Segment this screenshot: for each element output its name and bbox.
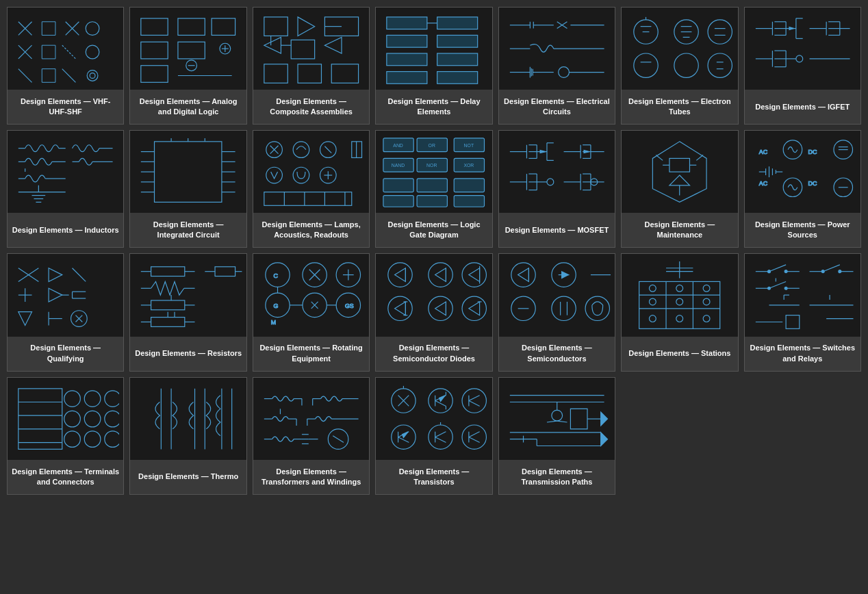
svg-line-415: [469, 395, 480, 400]
svg-rect-260: [151, 300, 185, 310]
card-label-thermo: Design Elements — Thermo: [130, 460, 246, 494]
svg-point-15: [90, 73, 95, 79]
svg-rect-166: [417, 196, 447, 207]
svg-point-73: [708, 20, 732, 44]
svg-rect-35: [264, 64, 288, 83]
card-power-sources[interactable]: AC DC AC DC: [744, 130, 861, 248]
svg-point-319: [585, 297, 609, 321]
svg-rect-40: [387, 17, 427, 29]
card-electrical-circuits[interactable]: Design Elements — Electrical Circuits: [498, 7, 615, 125]
card-analog-digital[interactable]: Design Elements — Analog and Digital Log…: [129, 7, 246, 125]
svg-text:XOR: XOR: [464, 163, 474, 168]
svg-rect-21: [141, 66, 168, 83]
card-logic-gate[interactable]: AND OR NOT NAND NOR XOR Design Elements …: [375, 130, 492, 248]
svg-line-11: [18, 69, 32, 83]
card-label-semiconductor-diodes: Design Elements — Semiconductor Diodes: [376, 337, 492, 371]
svg-marker-211: [669, 175, 690, 185]
svg-marker-240: [49, 289, 62, 302]
svg-point-329: [676, 285, 683, 292]
card-maintenance[interactable]: Design Elements — Maintenance: [621, 130, 738, 248]
card-mosfet[interactable]: Design Elements — MOSFET: [498, 130, 615, 248]
svg-text:C: C: [273, 272, 278, 279]
svg-text:NOT: NOT: [464, 143, 474, 148]
card-label-switches: Design Elements — Switches and Relays: [745, 337, 860, 371]
svg-rect-210: [669, 159, 690, 172]
svg-line-430: [469, 437, 480, 442]
svg-marker-308: [518, 268, 528, 282]
svg-point-413: [462, 389, 486, 413]
card-rotating-equipment[interactable]: C G GS M: [253, 253, 370, 371]
card-label-rotating: Design Elements — Rotating Equipment: [253, 337, 369, 371]
card-integrated-circuit[interactable]: Design Elements — Integrated Circuit: [129, 130, 246, 248]
card-stations[interactable]: Design Elements — Stations: [621, 253, 738, 371]
card-label-lamps: Design Elements — Lamps, Acoustics, Read…: [253, 213, 369, 247]
card-label-resistors: Design Elements — Resistors: [130, 337, 246, 371]
card-label-stations: Design Elements — Stations: [622, 337, 737, 371]
svg-marker-297: [395, 302, 406, 315]
svg-rect-151: [264, 192, 352, 206]
card-terminals-connectors[interactable]: Design Elements — Terminals and Connecto…: [7, 377, 124, 495]
svg-line-416: [469, 400, 480, 406]
svg-rect-19: [141, 42, 168, 59]
svg-text:AC: AC: [758, 148, 767, 155]
card-semiconductors[interactable]: Design Elements — Semiconductors: [498, 253, 615, 371]
svg-point-287: [388, 263, 412, 287]
svg-rect-47: [387, 72, 427, 84]
card-label-delay: Design Elements — Delay Elements: [376, 90, 492, 124]
svg-point-368: [105, 390, 120, 406]
svg-point-433: [552, 410, 563, 421]
svg-marker-245: [18, 312, 32, 326]
card-label-logic-gate: Design Elements — Logic Gate Diagram: [376, 213, 492, 247]
svg-line-424: [435, 432, 446, 437]
svg-point-79: [708, 53, 732, 77]
card-lamps-acoustics[interactable]: Design Elements — Lamps, Acoustics, Read…: [253, 130, 370, 248]
svg-point-373: [84, 431, 101, 448]
svg-point-63: [558, 67, 569, 78]
svg-text:DC: DC: [808, 180, 817, 187]
card-transformers-windings[interactable]: Design Elements — Transformers and Windi…: [253, 377, 370, 495]
card-igfet[interactable]: Design Elements — IGFET: [744, 7, 861, 125]
card-semiconductor-diodes[interactable]: Design Elements — Semiconductor Diodes: [375, 253, 492, 371]
svg-rect-167: [455, 196, 485, 207]
svg-point-422: [429, 425, 452, 449]
card-transmission-paths[interactable]: Design Elements — Transmission Paths: [498, 377, 615, 495]
svg-line-143: [324, 146, 331, 153]
card-composite[interactable]: Design Elements — Composite Assemblies: [253, 7, 370, 125]
card-label-maintenance: Design Elements — Maintenance: [622, 213, 737, 247]
card-electron-tubes[interactable]: Design Elements — Electron Tubes: [621, 7, 738, 125]
svg-point-200: [547, 179, 554, 185]
svg-marker-410: [439, 395, 446, 401]
card-switches-relays[interactable]: Design Elements — Switches and Relays: [744, 253, 861, 371]
svg-rect-164: [455, 179, 485, 192]
svg-point-76: [634, 53, 658, 77]
svg-line-435: [547, 421, 557, 422]
svg-point-14: [87, 70, 98, 81]
svg-point-371: [105, 411, 120, 427]
card-label-terminals: Design Elements — Terminals and Connecto…: [8, 460, 123, 494]
card-transistors[interactable]: Design Elements — Transistors: [375, 377, 492, 495]
svg-line-237: [73, 268, 86, 282]
card-qualifying[interactable]: Design Elements — Qualifying: [7, 253, 124, 371]
svg-marker-34: [324, 37, 342, 53]
card-label-transformers: Design Elements — Transformers and Windi…: [253, 460, 369, 494]
card-label-power: Design Elements — Power Sources: [745, 213, 860, 247]
svg-marker-291: [435, 268, 446, 282]
svg-rect-360: [786, 315, 800, 329]
card-resistors[interactable]: Design Elements — Resistors: [129, 253, 246, 371]
svg-rect-43: [387, 35, 427, 47]
svg-point-304: [462, 297, 486, 321]
svg-text:AND: AND: [394, 143, 404, 148]
svg-point-372: [64, 431, 81, 448]
svg-marker-421: [403, 432, 409, 438]
card-inductors[interactable]: Design Elements — Inductors: [7, 130, 124, 248]
card-label-semiconductors: Design Elements — Semiconductors: [499, 337, 615, 371]
card-label-composite: Design Elements — Composite Assemblies: [253, 90, 369, 124]
card-label-igfet: Design Elements — IGFET: [745, 90, 860, 124]
card-delay[interactable]: Design Elements — Delay Elements: [375, 7, 492, 125]
card-vhf-uhf-shf[interactable]: Design Elements — VHF-UHF-SHF: [7, 7, 124, 125]
card-grid: Design Elements — VHF-UHF-SHF: [7, 7, 861, 495]
svg-rect-162: [383, 179, 413, 192]
svg-marker-440: [600, 432, 607, 446]
card-thermo[interactable]: Design Elements — Thermo: [129, 377, 246, 495]
svg-text:NAND: NAND: [392, 163, 405, 168]
